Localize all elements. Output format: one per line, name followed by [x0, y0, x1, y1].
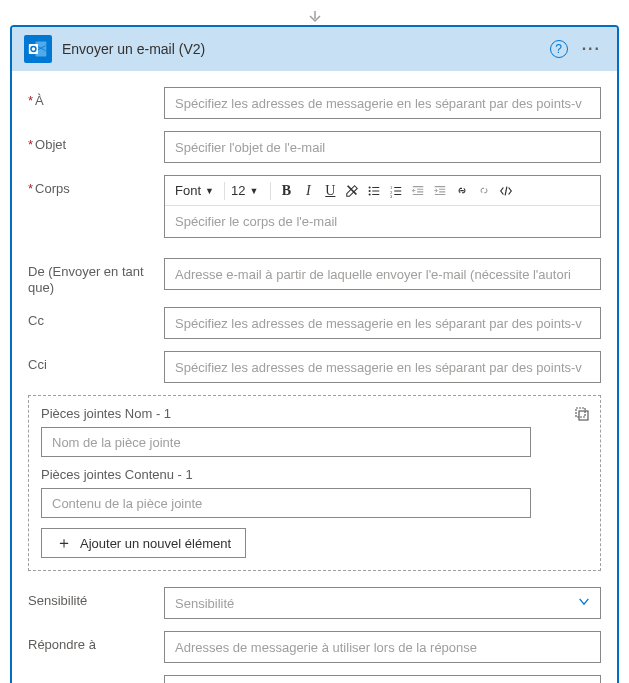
card-header[interactable]: Envoyer un e-mail (V2) ? ··· [12, 27, 617, 71]
from-input[interactable] [164, 258, 601, 290]
italic-icon[interactable]: I [297, 179, 319, 203]
row-importance: Importance [28, 675, 601, 683]
indent-icon[interactable] [429, 179, 451, 203]
subject-input[interactable] [164, 131, 601, 163]
action-card: Envoyer un e-mail (V2) ? ··· *À *Objet *… [10, 25, 619, 683]
add-item-label: Ajouter un nouvel élément [80, 536, 231, 551]
editor-toolbar: Font▼ 12▼ B I U 123 [165, 176, 600, 206]
outlook-icon [24, 35, 52, 63]
svg-point-6 [369, 193, 371, 195]
connector-arrow-down [10, 10, 619, 27]
size-select[interactable]: 12▼ [229, 183, 266, 198]
outdent-icon[interactable] [407, 179, 429, 203]
row-from: De (Envoyer en tant que) [28, 258, 601, 295]
svg-point-5 [369, 189, 371, 191]
svg-rect-24 [576, 408, 585, 417]
attachment-name-input[interactable] [41, 427, 531, 457]
bold-icon[interactable]: B [275, 179, 297, 203]
cc-input[interactable] [164, 307, 601, 339]
importance-label: Importance [28, 675, 154, 683]
attachment-content-input[interactable] [41, 488, 531, 518]
unlink-icon[interactable] [473, 179, 495, 203]
font-select[interactable]: Font [169, 180, 203, 201]
svg-rect-25 [579, 411, 588, 420]
row-sensitivity: Sensibilité [28, 587, 601, 619]
row-to: *À [28, 87, 601, 119]
to-input[interactable] [164, 87, 601, 119]
add-item-button[interactable]: ＋ Ajouter un nouvel élément [41, 528, 246, 558]
underline-icon[interactable]: U [319, 179, 341, 203]
collapse-array-icon[interactable] [574, 406, 590, 425]
bullet-list-icon[interactable] [363, 179, 385, 203]
sensitivity-select[interactable] [164, 587, 601, 619]
more-menu-icon[interactable]: ··· [578, 40, 605, 58]
sensitivity-label: Sensibilité [28, 587, 154, 609]
rich-text-editor: Font▼ 12▼ B I U 123 [164, 175, 601, 238]
card-title: Envoyer un e-mail (V2) [62, 41, 540, 57]
replyto-label: Répondre à [28, 631, 154, 653]
code-view-icon[interactable] [495, 179, 517, 203]
plus-icon: ＋ [56, 533, 72, 554]
importance-select[interactable] [164, 675, 601, 683]
bcc-input[interactable] [164, 351, 601, 383]
row-body: *Corps Font▼ 12▼ B I U 123 [28, 175, 601, 238]
row-replyto: Répondre à [28, 631, 601, 663]
help-icon[interactable]: ? [550, 40, 568, 58]
bcc-label: Cci [28, 351, 154, 373]
to-label: *À [28, 87, 154, 109]
number-list-icon[interactable]: 123 [385, 179, 407, 203]
row-subject: *Objet [28, 131, 601, 163]
svg-point-4 [369, 186, 371, 188]
attachments-group: Pièces jointes Nom - 1 Pièces jointes Co… [28, 395, 601, 571]
row-cc: Cc [28, 307, 601, 339]
body-input[interactable]: Spécifier le corps de l'e-mail [165, 206, 600, 237]
subject-label: *Objet [28, 131, 154, 153]
body-label: *Corps [28, 175, 154, 197]
link-icon[interactable] [451, 179, 473, 203]
card-body: *À *Objet *Corps Font▼ 12▼ B I U [12, 71, 617, 683]
font-color-icon[interactable] [341, 179, 363, 203]
cc-label: Cc [28, 307, 154, 329]
row-bcc: Cci [28, 351, 601, 383]
from-label: De (Envoyer en tant que) [28, 258, 154, 295]
svg-text:3: 3 [390, 194, 393, 198]
attachment-name-label: Pièces jointes Nom - 1 [41, 406, 588, 421]
replyto-input[interactable] [164, 631, 601, 663]
attachment-content-label: Pièces jointes Contenu - 1 [41, 467, 588, 482]
